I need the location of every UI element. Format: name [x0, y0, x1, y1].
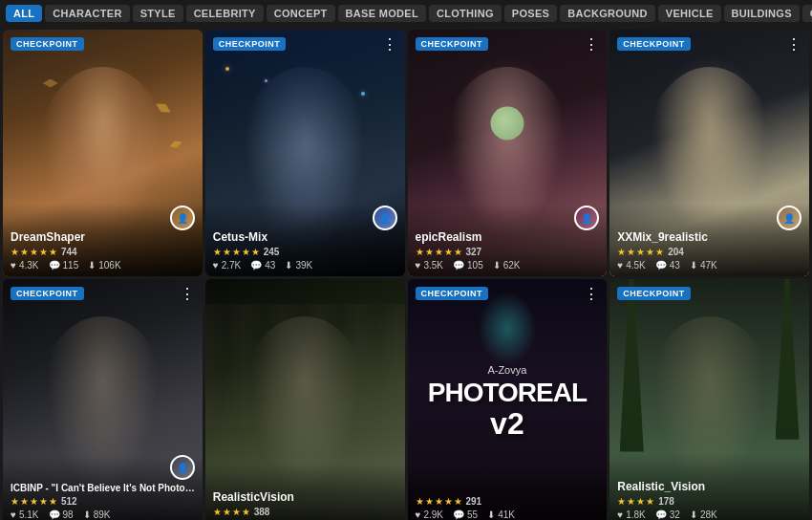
- model-card-epicrealism[interactable]: CHECKPOINT ⋮ epicRealism ★★★★★ 327 ♥ 3.5…: [408, 30, 608, 276]
- comments-count-8: 32: [670, 509, 680, 520]
- download-icon-4: ⬇: [690, 260, 697, 271]
- nav-btn-character[interactable]: CHARACTER: [45, 5, 129, 22]
- stars-3: ★★★★★: [416, 247, 463, 257]
- comments-1: 💬 115: [49, 260, 79, 271]
- download-icon-8: ⬇: [690, 509, 697, 520]
- comments-3: 💬 105: [453, 260, 483, 271]
- heart-icon-2: ♥: [213, 260, 219, 271]
- heart-icon-7: ♥: [416, 509, 421, 520]
- card-avatar-4: 👤: [777, 206, 801, 230]
- checkpoint-badge-1: CHECKPOINT: [11, 37, 84, 51]
- heart-icon-1: ♥: [11, 260, 16, 271]
- checkpoint-badge-3: CHECKPOINT: [416, 37, 489, 51]
- model-card-photoreal[interactable]: CHECKPOINT ⋮ A-Zovya PHOTOREAL v2 ★★★★★ …: [408, 279, 608, 520]
- card-stars-1: ★★★★★ 744: [11, 247, 195, 257]
- card-stars-3: ★★★★★ 327: [416, 247, 600, 257]
- likes-count-2: 2.7K: [222, 260, 242, 271]
- model-card-icbinp[interactable]: CHECKPOINT ⋮ ICBINP - "I Can't Believe I…: [3, 279, 203, 520]
- card-avatar-5: 👤: [170, 455, 195, 480]
- nav-btn-objects[interactable]: OBJECTS: [802, 5, 812, 22]
- download-icon-1: ⬇: [88, 260, 96, 271]
- rating-count-8: 178: [658, 496, 674, 507]
- photoreal-v2: v2: [428, 406, 587, 442]
- card-name-3: epicRealism: [416, 230, 600, 244]
- likes-8: ♥ 1.8K: [617, 509, 646, 520]
- card-menu-5[interactable]: ⋮: [180, 287, 195, 302]
- nav-btn-celebrity[interactable]: CELEBRITY: [186, 5, 264, 22]
- card-stats-1: ♥ 4.3K 💬 115 ⬇ 106K: [11, 260, 195, 271]
- rating-count-2: 245: [264, 247, 280, 257]
- likes-count-5: 5.1K: [19, 509, 39, 520]
- rating-count-4: 204: [668, 247, 684, 257]
- card-info-6: RealisticVision ★★★★ 388: [205, 464, 405, 520]
- comments-4: 💬 43: [655, 260, 680, 271]
- card-stars-7: ★★★★★ 291: [416, 496, 600, 507]
- downloads-count-3: 62K: [503, 260, 521, 271]
- card-name-5: ICBINP - "I Can't Believe It's Not Photo…: [11, 483, 195, 493]
- likes-count-8: 1.8K: [626, 509, 646, 520]
- model-card-xxmix[interactable]: CHECKPOINT ⋮ XXMix_9realistic ★★★★★ 204 …: [609, 30, 809, 276]
- photoreal-title: PHOTOREAL: [428, 379, 587, 406]
- model-card-realistic-vision[interactable]: RealisticVision ★★★★ 388: [205, 279, 405, 520]
- likes-1: ♥ 4.3K: [11, 260, 39, 271]
- card-stars-4: ★★★★★ 204: [617, 247, 801, 257]
- comment-icon-5: 💬: [49, 509, 60, 520]
- card-avatar-1: 👤: [170, 206, 195, 230]
- card-stats-5: ♥ 5.1K 💬 98 ⬇ 89K: [11, 509, 195, 520]
- card-menu-7[interactable]: ⋮: [584, 287, 599, 302]
- nav-btn-poses[interactable]: POSES: [504, 5, 557, 22]
- card-stars-8: ★★★★ 178: [617, 496, 801, 507]
- card-info-7: ★★★★★ 291 ♥ 2.9K 💬 55 ⬇ 41K: [408, 469, 608, 520]
- model-grid: CHECKPOINT DreamShaper ★★★★★ 744 ♥ 4.3K …: [0, 27, 812, 520]
- comments-count-2: 43: [265, 260, 275, 271]
- nav-btn-all[interactable]: ALL: [6, 5, 42, 22]
- nav-btn-style[interactable]: STYLE: [133, 5, 183, 22]
- heart-icon-3: ♥: [416, 260, 421, 271]
- stars-7: ★★★★★: [416, 496, 463, 507]
- heart-icon-8: ♥: [617, 509, 623, 520]
- heart-icon-5: ♥: [11, 509, 16, 520]
- nav-btn-background[interactable]: BACKGROUND: [560, 5, 655, 22]
- downloads-count-5: 89K: [94, 509, 111, 520]
- likes-count-4: 4.5K: [626, 260, 646, 271]
- card-name-8: Realistic_Vision: [617, 480, 801, 493]
- model-card-forest[interactable]: CHECKPOINT Realistic_Vision ★★★★ 178 ♥ 1…: [609, 279, 809, 520]
- comment-icon-4: 💬: [655, 260, 667, 271]
- download-icon-3: ⬇: [493, 260, 501, 271]
- comments-5: 💬 98: [49, 509, 74, 520]
- likes-3: ♥ 3.5K: [416, 260, 444, 271]
- card-name-6: RealisticVision: [213, 490, 397, 504]
- card-stars-5: ★★★★★ 512: [11, 496, 195, 507]
- rating-count-7: 291: [466, 496, 482, 507]
- card-stats-7: ♥ 2.9K 💬 55 ⬇ 41K: [416, 509, 600, 520]
- nav-btn-buildings[interactable]: BUILDINGS: [724, 5, 800, 22]
- likes-2: ♥ 2.7K: [213, 260, 242, 271]
- stars-6: ★★★★: [213, 507, 251, 517]
- nav-btn-concept[interactable]: CONCEPT: [267, 5, 335, 22]
- downloads-3: ⬇ 62K: [493, 260, 521, 271]
- likes-5: ♥ 5.1K: [11, 509, 39, 520]
- likes-7: ♥ 2.9K: [416, 509, 444, 520]
- downloads-count-4: 47K: [700, 260, 717, 271]
- nav-btn-base-model[interactable]: BASE MODEL: [338, 5, 426, 22]
- download-icon-7: ⬇: [487, 509, 495, 520]
- card-menu-3[interactable]: ⋮: [584, 37, 599, 53]
- nav-btn-vehicle[interactable]: VEHICLE: [658, 5, 721, 22]
- checkpoint-badge-5: CHECKPOINT: [11, 287, 84, 300]
- card-name-2: Cetus-Mix: [213, 230, 397, 244]
- downloads-4: ⬇ 47K: [690, 260, 717, 271]
- downloads-5: ⬇ 89K: [83, 509, 111, 520]
- card-menu-4[interactable]: ⋮: [786, 37, 801, 53]
- card-stats-8: ♥ 1.8K 💬 32 ⬇ 28K: [617, 509, 801, 520]
- card-stars-2: ★★★★★ 245: [213, 247, 397, 257]
- card-name-1: DreamShaper: [11, 230, 195, 244]
- model-card-cetus-mix[interactable]: CHECKPOINT ⋮ Cetus-Mix ★★★★★ 245 ♥ 2.7K …: [205, 30, 405, 276]
- comment-icon-7: 💬: [453, 509, 464, 520]
- model-card-dreamshaper[interactable]: CHECKPOINT DreamShaper ★★★★★ 744 ♥ 4.3K …: [3, 30, 203, 276]
- stars-4: ★★★★★: [617, 247, 665, 257]
- card-menu-2[interactable]: ⋮: [382, 37, 397, 53]
- downloads-count-2: 39K: [295, 260, 312, 271]
- nav-btn-clothing[interactable]: CLOTHING: [429, 5, 502, 22]
- comments-count-1: 115: [63, 260, 79, 271]
- card-stats-2: ♥ 2.7K 💬 43 ⬇ 39K: [213, 260, 397, 271]
